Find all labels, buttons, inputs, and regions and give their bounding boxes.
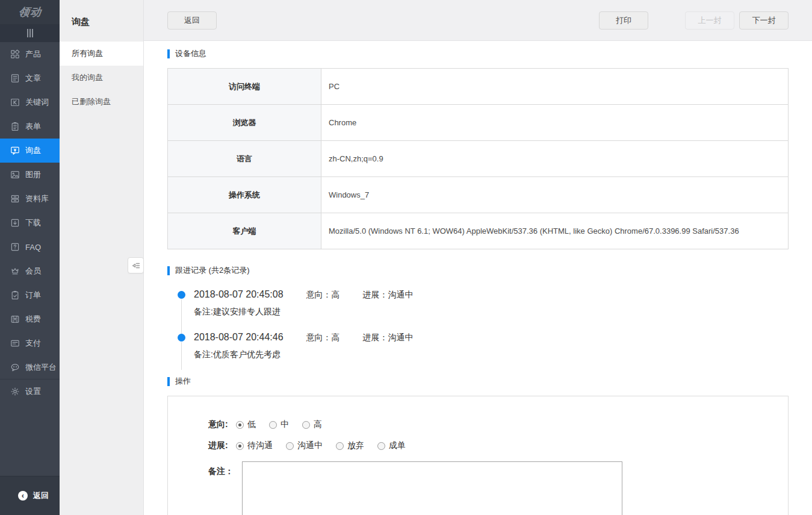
subsidebar-item-all-inquiries[interactable]: 所有询盘 [60, 42, 143, 66]
row-value: Chrome [321, 105, 789, 141]
subsidebar-item-my-inquiries[interactable]: 我的询盘 [60, 66, 143, 90]
sidebar-item-products[interactable]: 产品 [0, 42, 60, 66]
section-accent-bar [167, 49, 170, 58]
sidebar-item-gallery[interactable]: 图册 [0, 163, 60, 187]
brand-logo-text: 领动 [17, 5, 42, 19]
section-accent-bar [167, 377, 170, 386]
radio-option-closed-deal[interactable]: 成单 [377, 440, 406, 451]
progress-field-row: 进展: 待沟通 沟通中 放 [208, 440, 788, 451]
articles-icon [10, 73, 20, 83]
timeline-record: 2018-08-07 20:44:46 意向：高 进展：沟通中 备注:优质客户优… [178, 332, 789, 375]
subsidebar-item-deleted-inquiries[interactable]: 已删除询盘 [60, 90, 143, 114]
back-button[interactable]: 返回 [167, 11, 217, 30]
previous-letter-button[interactable]: 上一封 [685, 11, 734, 30]
radio-option-label: 中 [280, 419, 289, 430]
record-intent: 意向：高 [306, 332, 340, 343]
sidebar-item-label: 关键词 [25, 97, 49, 108]
radio-option-communicating[interactable]: 沟通中 [286, 440, 323, 451]
radio-unselected-icon[interactable] [336, 442, 344, 450]
sidebar-item-articles[interactable]: 文章 [0, 66, 60, 90]
primary-sidebar: 领动 产品 文章 关键词 表单 询盘 [0, 0, 60, 515]
record-progress: 进展：沟通中 [363, 332, 414, 343]
table-row: 客户端 Mozilla/5.0 (Windows NT 6.1; WOW64) … [168, 213, 789, 249]
radio-option-abandoned[interactable]: 放弃 [336, 440, 364, 451]
radio-selected-icon[interactable] [236, 421, 244, 429]
sidebar-item-library[interactable]: 资料库 [0, 187, 60, 211]
sidebar-item-download[interactable]: 下载 [0, 211, 60, 235]
row-label: 操作系统 [168, 177, 321, 213]
progress-label: 进展: [208, 440, 236, 451]
sidebar-back-button[interactable]: ‹ 返回 [0, 476, 60, 515]
follow-up-section-title: 跟进记录 (共2条记录) [175, 265, 250, 276]
device-info-section-header: 设备信息 [167, 48, 789, 59]
download-icon [10, 218, 20, 228]
device-info-table: 访问终端 PC 浏览器 Chrome 语言 zh-CN,zh;q=0.9 操作系… [167, 68, 789, 249]
members-icon [10, 266, 20, 276]
sidebar-menu: 产品 文章 关键词 表单 询盘 图册 [0, 42, 60, 476]
sidebar-item-faq[interactable]: FAQ [0, 235, 60, 259]
sidebar-item-payment[interactable]: 支付 [0, 331, 60, 355]
record-time: 2018-08-07 20:44:46 [194, 332, 284, 343]
radio-option-medium[interactable]: 中 [269, 419, 289, 430]
radio-unselected-icon[interactable] [302, 421, 310, 429]
brand-logo[interactable]: 领动 [0, 0, 60, 24]
row-value: zh-CN,zh;q=0.9 [321, 141, 789, 177]
row-value: Mozilla/5.0 (Windows NT 6.1; WOW64) Appl… [321, 213, 789, 249]
radio-option-label: 待沟通 [247, 440, 273, 451]
sidebar-item-label: 资料库 [25, 193, 49, 204]
sidebar-item-label: 会员 [25, 266, 41, 276]
follow-up-section: 跟进记录 (共2条记录) 2018-08-07 20:45:08 意向：高 进展… [167, 265, 789, 375]
sidebar-item-label: 订单 [25, 290, 41, 301]
row-label: 访问终端 [168, 69, 321, 105]
radio-option-label: 成单 [389, 440, 406, 451]
sidebar-item-orders[interactable]: 订单 [0, 283, 60, 307]
operation-section-title: 操作 [175, 376, 191, 387]
secondary-sidebar-title: 询盘 [60, 0, 143, 42]
library-icon [10, 194, 20, 204]
radio-option-pending[interactable]: 待沟通 [236, 440, 273, 451]
sidebar-item-settings[interactable]: 设置 [0, 379, 60, 404]
sidebar-collapse-button[interactable] [0, 24, 60, 42]
note-textarea[interactable] [242, 461, 622, 515]
indent-collapse-icon [132, 261, 140, 270]
radio-unselected-icon[interactable] [377, 442, 385, 450]
wechat-icon [10, 363, 20, 372]
sidebar-item-keywords[interactable]: 关键词 [0, 90, 60, 114]
record-note: 备注:优质客户优先考虑 [194, 349, 789, 360]
faq-icon [10, 242, 20, 252]
sidebar-item-inquiry[interactable]: 询盘 [0, 139, 60, 163]
sidebar-item-tax[interactable]: 税费 [0, 307, 60, 331]
table-row: 访问终端 PC [168, 69, 789, 105]
operation-section: 操作 意向: 低 中 [167, 376, 789, 515]
note-field-row: 备注： [208, 461, 788, 515]
print-button[interactable]: 打印 [599, 11, 648, 30]
tax-icon [10, 314, 20, 324]
chevron-left-icon: ‹ [18, 491, 28, 501]
device-info-section-title: 设备信息 [175, 48, 206, 59]
forms-icon [10, 122, 20, 131]
panel-collapse-button[interactable] [128, 257, 144, 273]
sidebar-item-label: 支付 [25, 338, 41, 349]
radio-unselected-icon[interactable] [286, 442, 294, 450]
main-area: 返回 打印 上一封 下一封 设备信息 访问终端 PC [144, 0, 812, 515]
secondary-sidebar: 询盘 所有询盘 我的询盘 已删除询盘 [60, 0, 144, 515]
gallery-icon [10, 170, 20, 179]
sidebar-item-label: 询盘 [25, 145, 41, 156]
section-accent-bar [167, 266, 170, 275]
radio-option-label: 高 [314, 419, 322, 430]
toolbar-right-group: 打印 上一封 下一封 [599, 11, 789, 30]
radio-option-high[interactable]: 高 [302, 419, 322, 430]
content-area: 设备信息 访问终端 PC 浏览器 Chrome 语言 zh-CN,zh;q=0.… [144, 41, 812, 515]
sidebar-item-wechat[interactable]: 微信平台 [0, 355, 60, 379]
radio-selected-icon[interactable] [236, 442, 244, 450]
radio-option-low[interactable]: 低 [236, 419, 256, 430]
sidebar-item-label: 表单 [25, 121, 41, 132]
next-letter-button[interactable]: 下一封 [739, 11, 789, 30]
operation-form: 意向: 低 中 高 [167, 396, 789, 515]
sidebar-item-forms[interactable]: 表单 [0, 114, 60, 139]
sidebar-back-label: 返回 [33, 490, 49, 501]
row-value: Windows_7 [321, 177, 789, 213]
orders-icon [10, 290, 20, 300]
sidebar-item-members[interactable]: 会员 [0, 259, 60, 283]
radio-unselected-icon[interactable] [269, 421, 277, 429]
